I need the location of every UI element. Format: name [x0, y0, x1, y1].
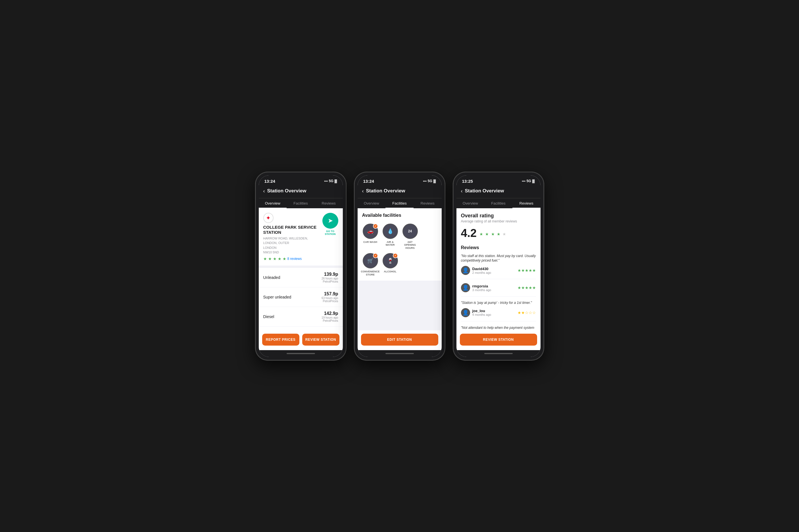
go-btn-label: GO TOSTATION: [325, 230, 335, 236]
review-station-button[interactable]: REVIEW STATION: [460, 334, 537, 346]
tab-overview[interactable]: Overview: [259, 198, 287, 208]
home-bar: [287, 353, 315, 354]
convenience-circle: 🛒 ✓: [363, 253, 378, 268]
facilities-row: 🚗 ✓ CAR WASH 💧 AIR & WATER: [362, 224, 437, 277]
reviewer-time-2: 4 months ago: [472, 313, 491, 316]
go-btn-circle: ➤: [322, 213, 338, 229]
status-time-3: 13:25: [462, 179, 473, 184]
fuel-right-0: 139.9p 26 hours ago PetrolPrices: [322, 272, 338, 283]
review-quote-0: "No staff at this station. Must pay by c…: [461, 254, 536, 263]
reviews-count[interactable]: 8 reviews: [288, 257, 302, 261]
rating-row: 4.2 ★ ★ ★ ★ ★: [461, 227, 536, 240]
convenience-check: ✓: [373, 253, 378, 258]
fuel-price-1: 157.9p: [322, 291, 338, 297]
reviewer-time-1: 3 months ago: [472, 288, 491, 292]
nav-header-2: ‹ Station Overview: [358, 185, 442, 198]
reviews-section-title: Reviews: [461, 245, 536, 250]
tab-facilities-3[interactable]: Facilities: [484, 198, 512, 208]
texaco-icon: ✦: [266, 214, 271, 221]
fuel-right-1: 157.9p 63 hours ago PetrolPrices: [322, 291, 338, 303]
avatar-2: 👤: [461, 308, 470, 317]
go-to-station[interactable]: ➤ GO TOSTATION: [322, 213, 338, 236]
status-time-2: 13:24: [363, 179, 374, 184]
big-stars: ★ ★ ★ ★ ★: [479, 229, 506, 238]
reviewer-left-1: 👤 rmgorsia 3 months ago: [461, 283, 491, 292]
air-water-label: AIR & WATER: [382, 241, 399, 247]
car-wash-icon: 🚗: [367, 228, 374, 234]
tab-facilities[interactable]: Facilities: [287, 198, 315, 208]
247-label: 24/7 OPENING HOURS: [402, 241, 418, 250]
reviewer-info-0: David430 2 months ago: [472, 267, 491, 274]
air-water-circle: 💧: [383, 224, 398, 239]
tab-reviews[interactable]: Reviews: [315, 198, 343, 208]
tab-overview-2[interactable]: Overview: [358, 198, 386, 208]
nav-title-2: Station Overview: [366, 188, 405, 194]
fuel-premium-diesel: Premium diesel 159.9p 20 hours ago Petro…: [259, 327, 343, 330]
bottom-btn-single-3: REVIEW STATION: [456, 330, 541, 350]
nav-header-3: ‹ Station Overview: [456, 185, 541, 198]
big-star-2: ★: [485, 232, 489, 236]
battery-icon-2: ▓: [433, 179, 436, 183]
fuel-diesel: Diesel 142.9p 19 hours ago PetrolPrices: [259, 307, 343, 327]
reviewer-row-1: 👤 rmgorsia 3 months ago ★★★★★: [461, 283, 536, 297]
home-indicator-3: [456, 350, 541, 357]
back-button[interactable]: ‹: [263, 188, 265, 194]
facility-247: 24 24/7 OPENING HOURS: [402, 224, 418, 250]
phone-screen: 13:24 ▪▪▪ 5G ▓ ‹ Station Overview Overvi…: [259, 175, 343, 357]
station-info: ✦ COLLEGE PARK SERVICE STATION HARROW RO…: [263, 213, 322, 261]
car-wash-label: CAR WASH: [363, 241, 377, 244]
reviewer-info-1: rmgorsia 3 months ago: [472, 284, 491, 292]
fuel-meta-1: 63 hours ago PetrolPrices: [322, 297, 338, 303]
tabs-2: Overview Facilities Reviews: [358, 198, 442, 208]
alcohol-check: ✓: [393, 253, 398, 258]
station-address: HARROW ROAD, WILLESDEN, LONDON, OUTER LO…: [263, 236, 322, 255]
home-bar-3: [484, 353, 513, 354]
back-button-3[interactable]: ‹: [461, 188, 463, 194]
signal-bars-3: ▪▪▪: [522, 179, 525, 183]
convenience-label: CONVENIENCE STORE: [361, 270, 380, 277]
tabs: Overview Facilities Reviews: [259, 198, 343, 208]
alcohol-circle: 🍷 ✓: [383, 253, 398, 268]
facilities-inner: Available facilities 🚗 ✓ CAR WASH: [358, 208, 442, 281]
fuel-right-2: 142.9p 19 hours ago PetrolPrices: [322, 311, 338, 322]
review-stars-0: ★★★★★: [517, 268, 536, 273]
star-3: ★: [273, 256, 277, 261]
nav-title: Station Overview: [267, 188, 307, 194]
tab-reviews-3[interactable]: Reviews: [512, 198, 541, 208]
reviewer-row-0: 👤 David430 2 months ago ★★★★★: [461, 266, 536, 279]
edit-station-button[interactable]: EDIT STATION: [361, 334, 438, 346]
tabs-3: Overview Facilities Reviews: [456, 198, 541, 208]
big-star-1: ★: [479, 232, 483, 236]
facility-car-wash: 🚗 ✓ CAR WASH: [362, 224, 379, 250]
tab-overview-3[interactable]: Overview: [456, 198, 485, 208]
notch-3: [484, 172, 513, 179]
signal-bars-2: ▪▪▪: [423, 179, 426, 183]
facilities-content: Available facilities 🚗 ✓ CAR WASH: [358, 208, 442, 330]
status-time: 13:24: [265, 179, 275, 184]
facility-air-water: 💧 AIR & WATER: [382, 224, 399, 250]
big-star-3: ★: [491, 232, 495, 236]
report-prices-button[interactable]: REPORT PRICES: [262, 334, 299, 346]
reviewer-row-2: 👤 joe_lou 4 months ago ★★☆☆☆: [461, 308, 536, 321]
tab-facilities-2[interactable]: Facilities: [385, 198, 414, 208]
phone-facilities: 13:24 ▪▪▪ 5G ▓ ‹ Station Overview Overvi…: [354, 172, 445, 360]
phones-container: 13:24 ▪▪▪ 5G ▓ ‹ Station Overview Overvi…: [255, 172, 544, 360]
status-icons: ▪▪▪ 5G ▓: [324, 179, 337, 183]
station-logo: ✦: [263, 213, 274, 223]
bottom-btn-single: EDIT STATION: [358, 330, 442, 350]
247-icon: 24: [408, 229, 412, 233]
avatar-0: 👤: [461, 266, 470, 275]
fuel-name-1: Super unleaded: [263, 295, 291, 299]
reviewer-time-0: 2 months ago: [472, 271, 491, 274]
status-icons-2: ▪▪▪ 5G ▓: [423, 179, 436, 183]
review-stars-2: ★★☆☆☆: [517, 310, 536, 315]
fuel-price-2: 142.9p: [322, 311, 338, 316]
star-4: ★: [278, 256, 282, 261]
review-station-button-overview[interactable]: REVIEW STATION: [302, 334, 340, 346]
star-2: ★: [268, 256, 272, 261]
facilities-title: Available facilities: [362, 213, 437, 218]
back-button-2[interactable]: ‹: [362, 188, 364, 194]
tab-reviews-2[interactable]: Reviews: [414, 198, 442, 208]
reviews-content: Overall rating Average rating of all mem…: [456, 208, 541, 330]
facility-convenience: 🛒 ✓ CONVENIENCE STORE: [362, 253, 379, 277]
